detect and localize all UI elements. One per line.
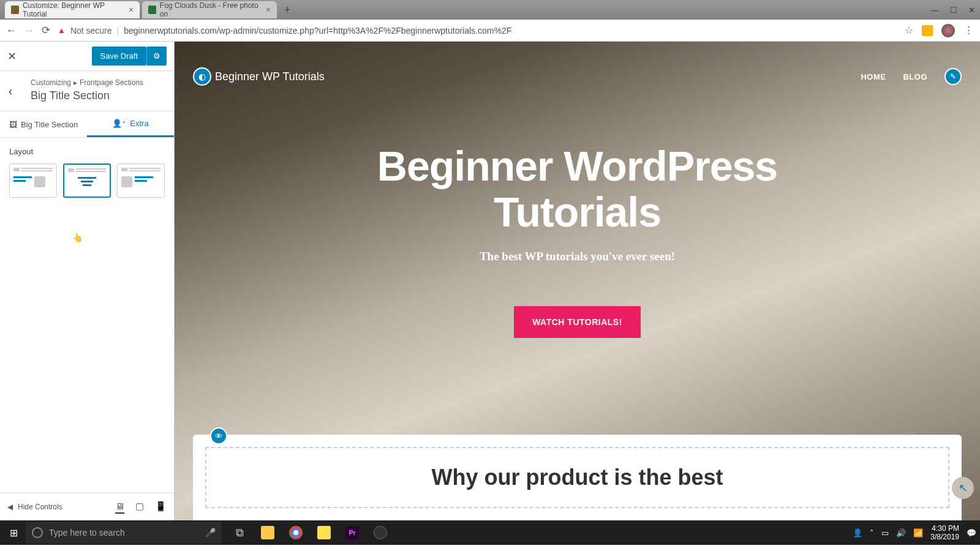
search-placeholder: Type here to search (49, 528, 125, 538)
collapse-icon: ◀ (7, 503, 13, 511)
cortana-icon (32, 527, 43, 538)
profile-avatar[interactable] (941, 24, 955, 37)
premiere-icon[interactable]: Pr (338, 520, 366, 545)
close-customizer-icon[interactable]: ✕ (7, 50, 17, 63)
notifications-icon[interactable]: 💬 (967, 528, 976, 538)
chrome-icon[interactable] (282, 520, 310, 545)
site-preview: ◐ Beginner WP Tutorials HOME BLOG ✎ Begi… (175, 42, 980, 520)
hero-title: Beginner WordPress Tutorials (377, 143, 777, 235)
tab-title: Customize: Beginner WP Tutorial (23, 1, 123, 18)
customizer-sidebar: ✕ Save Draft ⚙ ‹ Customizing▸Frontpage S… (0, 42, 175, 520)
favicon-icon (11, 6, 19, 14)
about-section: 👁 Why our product is the best (193, 435, 962, 520)
save-draft-button[interactable]: Save Draft (92, 47, 146, 66)
file-explorer-icon[interactable] (254, 520, 282, 545)
bookmark-icon[interactable]: ☆ (905, 24, 913, 36)
mic-icon[interactable]: 🎤 (205, 528, 216, 538)
windows-taskbar: ⊞ Type here to search 🎤 ⧉ Pr 👤 ˄ ▭ 🔊 📶 4… (0, 520, 980, 545)
menu-icon[interactable]: ⋮ (963, 24, 974, 37)
visibility-toggle-icon[interactable]: 👁 (210, 427, 227, 444)
warning-icon: ▲ (58, 26, 66, 35)
clock[interactable]: 4:30 PM 3/8/2019 (930, 524, 959, 542)
tablet-preview-icon[interactable]: ▢ (135, 501, 144, 514)
wifi-icon[interactable]: 📶 (913, 528, 923, 538)
layout-option-left[interactable] (9, 163, 57, 198)
hero-cta-button[interactable]: WATCH TUTORIALS! (514, 306, 641, 338)
image-icon: 🖼 (9, 120, 17, 129)
desktop-preview-icon[interactable]: 🖥 (115, 501, 124, 514)
url-text: beginnerwptutorials.com/wp-admin/customi… (124, 26, 511, 36)
start-button[interactable]: ⊞ (1, 520, 26, 545)
browser-tab-active[interactable]: Customize: Beginner WP Tutorial × (5, 1, 140, 18)
people-icon[interactable]: 👤 (853, 528, 862, 538)
layout-option-center[interactable] (63, 163, 111, 198)
breadcrumb: Customizing▸Frontpage Sections (31, 78, 165, 87)
taskbar-search[interactable]: Type here to search 🎤 (26, 522, 222, 544)
notes-icon[interactable] (310, 520, 338, 545)
hide-controls-button[interactable]: ◀ Hide Controls (7, 503, 62, 511)
task-view-icon[interactable]: ⧉ (225, 520, 254, 545)
layout-option-right[interactable] (117, 163, 165, 198)
extension-icon[interactable] (922, 25, 933, 36)
obs-icon[interactable] (366, 520, 394, 545)
layout-label: Layout (9, 147, 165, 156)
publish-settings-button[interactable]: ⚙ (146, 47, 167, 66)
tab-title: Fog Clouds Dusk - Free photo on (160, 1, 260, 18)
minimize-icon[interactable]: — (931, 6, 939, 15)
scroll-top-button[interactable]: ↖ (952, 477, 974, 499)
close-window-icon[interactable]: ✕ (968, 6, 975, 15)
favicon-icon (148, 6, 156, 14)
browser-tab[interactable]: Fog Clouds Dusk - Free photo on × (142, 1, 277, 18)
back-section-icon[interactable]: ‹ (9, 84, 12, 97)
tab-extra[interactable]: 👤⁺ Extra (87, 111, 174, 137)
reload-icon[interactable]: ⟳ (42, 24, 50, 37)
tab-big-title[interactable]: 🖼 Big Title Section (0, 111, 87, 137)
hero-subtitle: The best WP tutorials you've ever seen! (480, 250, 675, 263)
volume-icon[interactable]: 🔊 (896, 528, 906, 538)
section2-title: Why our product is the best (431, 465, 723, 490)
security-status: Not secure (70, 26, 112, 36)
tray-chevron-icon[interactable]: ˄ (870, 528, 874, 538)
battery-icon[interactable]: ▭ (881, 528, 889, 538)
mobile-preview-icon[interactable]: 📱 (155, 501, 167, 514)
maximize-icon[interactable]: ☐ (950, 6, 957, 15)
close-icon[interactable]: × (266, 5, 271, 15)
new-tab-button[interactable]: + (284, 4, 291, 17)
close-icon[interactable]: × (129, 5, 134, 15)
browser-tab-strip: Customize: Beginner WP Tutorial × Fog Cl… (0, 0, 980, 20)
url-field[interactable]: ▲ Not secure | beginnerwptutorials.com/w… (58, 26, 897, 36)
forward-icon[interactable]: → (24, 24, 34, 37)
address-bar: ← → ⟳ ▲ Not secure | beginnerwptutorials… (0, 20, 980, 42)
back-icon[interactable]: ← (6, 24, 17, 37)
section-title: Big Title Section (31, 89, 165, 102)
user-plus-icon: 👤⁺ (112, 119, 126, 128)
